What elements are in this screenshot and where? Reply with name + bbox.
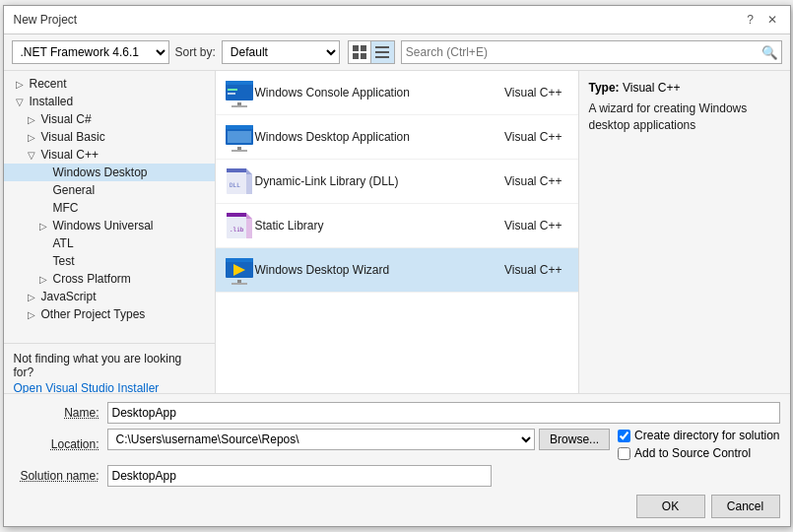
static-lib-project-name: Static Library [255,219,505,233]
search-button[interactable]: 🔍 [759,40,781,64]
tree-item-visual-cpp[interactable]: ▽ Visual C++ [4,146,215,164]
arrow-recent: ▷ [16,79,30,90]
sort-label: Sort by: [175,45,216,59]
not-finding-text: Not finding what you are looking for? [14,352,205,379]
tree-item-installed[interactable]: ▽ Installed [4,93,215,110]
project-item-wizard[interactable]: Windows Desktop Wizard Visual C++ [216,248,578,293]
tree-item-atl[interactable]: ATL [4,234,215,252]
cancel-button[interactable]: Cancel [711,495,780,518]
create-dir-row: Create directory for solution [618,429,779,442]
search-input[interactable] [402,45,759,59]
arrow-visual-basic: ▷ [28,132,41,143]
static-lib-project-lang: Visual C++ [504,219,562,233]
framework-select[interactable]: .NET Framework 4.6.1 [12,40,169,64]
create-dir-checkbox[interactable] [618,430,630,442]
visual-basic-label: Visual Basic [41,130,105,144]
grid-icon [353,45,366,59]
wizard-project-lang: Visual C++ [504,263,562,277]
tree-item-visual-basic[interactable]: ▷ Visual Basic [4,128,215,146]
svg-rect-15 [228,131,251,143]
ok-button[interactable]: OK [636,495,705,518]
search-box: 🔍 [401,40,782,64]
create-dir-label: Create directory for solution [634,429,779,442]
tree-item-mfc[interactable]: MFC [4,199,215,217]
arrow-windows-universal: ▷ [39,221,53,232]
type-label: Type: Visual C++ [589,81,780,95]
tree-item-test[interactable]: Test [4,252,215,270]
tree-item-visual-csharp[interactable]: ▷ Visual C# [4,110,215,128]
location-input[interactable]: C:\Users\username\Source\Repos\ [107,429,536,450]
svg-rect-2 [353,53,359,59]
list-icon [375,45,389,59]
windows-desktop-label: Windows Desktop [53,166,148,179]
project-item-console[interactable]: Windows Console Application Visual C++ [216,71,578,115]
svg-rect-4 [375,46,389,48]
svg-marker-25 [246,213,252,219]
cross-platform-label: Cross Platform [53,272,131,286]
svg-rect-26 [246,219,252,238]
tree-item-other-project-types[interactable]: ▷ Other Project Types [4,305,215,323]
open-installer-link[interactable]: Open Visual Studio Installer [14,381,160,393]
form-row-solution: Solution name: [14,465,780,487]
solution-name-input[interactable] [107,465,492,487]
desktop-app-project-name: Windows Desktop Application [255,130,505,144]
add-source-checkbox[interactable] [618,447,630,460]
svg-rect-24 [227,213,246,217]
tree-item-general[interactable]: General [4,181,215,199]
bottom-buttons: OK Cancel [14,495,780,518]
dll-project-lang: Visual C++ [504,174,562,188]
project-item-desktop-app[interactable]: Windows Desktop Application Visual C++ [216,115,578,160]
project-item-static-lib[interactable]: .lib Static Library Visual C++ [216,204,578,248]
form-row-name: Name: [14,402,780,424]
tree-item-windows-desktop[interactable]: Windows Desktop [4,164,215,181]
grid-view-button[interactable] [348,40,371,64]
svg-text:DLL: DLL [230,181,240,188]
location-label: Location: [14,437,107,451]
visual-csharp-label: Visual C# [41,112,92,126]
arrow-visual-csharp: ▷ [28,114,41,125]
tree-item-cross-platform[interactable]: ▷ Cross Platform [4,270,215,288]
new-project-dialog: New Project ? ✕ .NET Framework 4.6.1 Sor… [3,5,791,527]
svg-rect-12 [231,105,247,107]
arrow-javascript: ▷ [28,292,41,302]
tree-item-windows-universal[interactable]: ▷ Windows Universal [4,217,215,234]
arrow-other-project-types: ▷ [28,309,41,320]
svg-rect-10 [228,93,235,95]
arrow-installed: ▽ [16,97,30,107]
type-panel: Type: Visual C++ A wizard for creating W… [578,71,790,393]
desktop-app-project-icon [224,121,255,153]
browse-button[interactable]: Browse... [539,429,610,450]
svg-rect-29 [226,258,253,262]
tree-item-javascript[interactable]: ▷ JavaScript [4,288,215,305]
visual-cpp-label: Visual C++ [41,148,99,162]
close-button[interactable]: ✕ [764,12,780,28]
other-project-types-label: Other Project Types [41,307,146,321]
project-item-dll[interactable]: DLL Dynamic-Link Library (DLL) Visual C+… [216,160,578,204]
name-label: Name: [14,406,107,420]
dll-project-name: Dynamic-Link Library (DLL) [255,174,505,188]
form-row-location: Location: C:\Users\username\Source\Repos… [14,429,780,460]
svg-rect-19 [227,168,246,172]
svg-rect-21 [246,174,252,194]
svg-rect-6 [375,56,389,58]
recent-label: Recent [30,77,67,91]
help-button[interactable]: ? [743,12,759,28]
console-project-lang: Visual C++ [504,86,562,100]
tree-item-recent[interactable]: ▷ Recent [4,75,215,93]
svg-rect-9 [228,89,237,91]
svg-rect-32 [231,283,247,285]
title-bar-controls: ? ✕ [743,12,780,28]
general-label: General [53,183,96,197]
sort-select[interactable]: Default [222,40,340,64]
desktop-app-project-lang: Visual C++ [504,130,562,144]
svg-text:.lib: .lib [230,226,244,233]
name-input[interactable] [107,402,780,424]
solution-name-label: Solution name: [14,469,107,483]
javascript-label: JavaScript [41,290,97,303]
dialog-title: New Project [14,13,78,27]
list-view-button[interactable] [371,40,395,64]
svg-rect-1 [361,45,366,51]
svg-marker-20 [246,168,252,174]
checkboxes-area: Create directory for solution Add to Sou… [618,429,779,460]
arrow-cross-platform: ▷ [39,274,53,285]
